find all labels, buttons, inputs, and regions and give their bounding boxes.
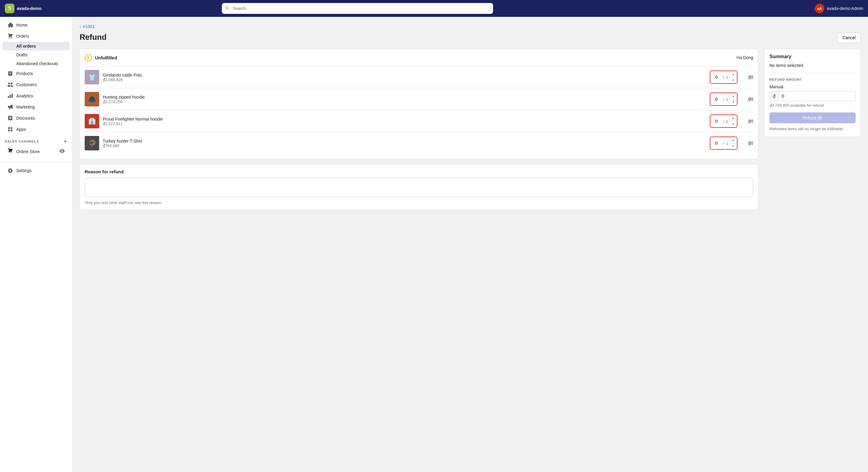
qty-arrows-3: ▲ ▼ [730, 137, 737, 149]
breadcrumb-text: #1001 [83, 24, 95, 29]
sidebar-subitem-all-orders[interactable]: All orders [2, 42, 70, 50]
qty-up-1[interactable]: ▲ [730, 93, 737, 99]
product-price-0: ₫1,088,829 [103, 77, 706, 82]
qty-arrows-2: ▲ ▼ [730, 115, 737, 127]
qty-input-1[interactable] [710, 95, 722, 103]
content-grid: Unfulfilled Ha Dong 👕 Girolando cattle P… [80, 49, 861, 215]
sidebar-customers-label: Customers [16, 82, 37, 87]
qty-max-2: 1 [725, 119, 730, 124]
quantity-control-1: / 1 ▲ ▼ [710, 93, 738, 106]
product-info-0: Girolando cattle Polo ₫1,088,829 [103, 73, 706, 82]
customers-icon [7, 82, 13, 88]
manual-label: Manual [770, 84, 856, 89]
add-sales-channel-btn[interactable]: + [64, 139, 67, 144]
sidebar-item-online-store[interactable]: Online Store [2, 146, 70, 157]
qty-max-0: 1 [725, 75, 730, 80]
line-total-0: ₫0 [741, 75, 753, 80]
manual-amount-input[interactable] [779, 91, 855, 101]
qty-down-1[interactable]: ▼ [730, 99, 737, 105]
sidebar-analytics-label: Analytics [16, 93, 33, 98]
app-logo[interactable]: S avada-demo [5, 4, 59, 13]
settings-icon [7, 167, 13, 174]
sidebar-subitem-drafts[interactable]: Drafts [2, 51, 70, 59]
manual-input-wrap: ₫ [770, 91, 856, 101]
available-text: ₫4,793,455 available for refund [770, 103, 856, 107]
product-info-2: Proud Firefighter Normal hoodie ₫1,227,9… [103, 117, 706, 126]
sidebar-item-orders[interactable]: Orders [2, 31, 70, 41]
product-info-1: Hunting zipped hoodie ₫1,274,256 [103, 95, 706, 104]
topnav: S avada-demo aA avada-demo Admin [0, 0, 868, 17]
qty-input-0[interactable] [710, 73, 722, 82]
line-total-3: ₫0 [741, 141, 753, 146]
product-info-3: Turkey hunter T-Shirt ₫766,690 [103, 139, 706, 148]
qty-max-3: 1 [725, 141, 730, 146]
qty-down-0[interactable]: ▼ [730, 77, 737, 83]
unfulfilled-header: Unfulfilled Ha Dong [85, 54, 753, 61]
qty-input-3[interactable] [710, 139, 722, 147]
product-thumb-2: 👔 [85, 114, 99, 128]
marketing-icon [7, 104, 13, 110]
search-input[interactable] [222, 3, 493, 14]
quantity-control-2: / 1 ▲ ▼ [710, 115, 738, 128]
search-container [222, 3, 493, 14]
product-thumb-1: 🧥 [85, 92, 99, 106]
line-total-1: ₫0 [741, 97, 753, 101]
drafts-label: Drafts [16, 53, 27, 57]
qty-max-1: 1 [725, 97, 730, 101]
reason-title: Reason for refund [85, 169, 753, 174]
quantity-control-3: / 1 ▲ ▼ [710, 136, 738, 150]
analytics-icon [7, 93, 13, 99]
avatar[interactable]: aA [815, 4, 824, 13]
qty-down-3[interactable]: ▼ [730, 143, 737, 149]
qty-up-3[interactable]: ▲ [730, 137, 737, 143]
home-icon [7, 22, 13, 28]
topnav-right: aA avada-demo Admin [815, 4, 863, 13]
discounts-icon [7, 115, 13, 121]
right-column: Summary No items selected. REFUND AMOUNT… [764, 49, 861, 141]
shopify-icon: S [5, 4, 14, 13]
unfulfilled-card: Unfulfilled Ha Dong 👕 Girolando cattle P… [80, 49, 758, 159]
sidebar-products-label: Products [16, 71, 33, 76]
products-icon [7, 70, 13, 76]
online-store-visibility-icon[interactable] [59, 148, 65, 155]
cancel-button[interactable]: Cancel [837, 33, 861, 43]
app-name: avada-demo [17, 6, 41, 11]
sidebar-item-analytics[interactable]: Analytics [2, 90, 70, 101]
qty-up-2[interactable]: ▲ [730, 115, 737, 121]
sidebar-item-settings[interactable]: Settings [2, 165, 70, 176]
summary-card: Summary No items selected. REFUND AMOUNT… [764, 49, 861, 137]
quantity-control-0: / 1 ▲ ▼ [710, 70, 738, 84]
apps-icon [7, 126, 13, 132]
product-thumb-3: 🦃 [85, 136, 99, 150]
table-row: 👔 Proud Firefighter Normal hoodie ₫1,227… [85, 110, 753, 132]
sidebar-subitem-abandoned[interactable]: Abandoned checkouts [2, 59, 70, 68]
sidebar-item-discounts[interactable]: Discounts [2, 113, 70, 124]
product-name-2: Proud Firefighter Normal hoodie [103, 117, 706, 122]
search-icon [225, 6, 230, 11]
sidebar-discounts-label: Discounts [16, 116, 35, 121]
sidebar-item-customers[interactable]: Customers [2, 79, 70, 90]
main-content: ‹ #1001 Refund Cancel Unfulfilled [72, 17, 868, 472]
sidebar-home-label: Home [16, 23, 27, 27]
no-items-text: No items selected. [770, 63, 856, 73]
qty-input-2[interactable] [710, 117, 722, 125]
qty-down-2[interactable]: ▼ [730, 121, 737, 127]
online-store-label: Online Store [16, 149, 40, 154]
reason-input[interactable] [85, 178, 753, 197]
orders-icon [7, 33, 13, 39]
left-column: Unfulfilled Ha Dong 👕 Girolando cattle P… [80, 49, 758, 215]
sidebar-item-apps[interactable]: Apps [2, 124, 70, 135]
username: avada-demo Admin [827, 6, 863, 11]
sidebar-item-marketing[interactable]: Marketing [2, 101, 70, 113]
reason-hint: Only you and other staff can see this re… [85, 200, 753, 205]
table-row: 🧥 Hunting zipped hoodie ₫1,274,256 / 1 ▲… [85, 88, 753, 110]
refund-button[interactable]: Refund ₫0 [770, 113, 856, 123]
qty-up-0[interactable]: ▲ [730, 71, 737, 77]
abandoned-label: Abandoned checkouts [16, 61, 58, 66]
sidebar-item-home[interactable]: Home [2, 20, 70, 30]
all-orders-label: All orders [16, 44, 36, 49]
breadcrumb-arrow: ‹ [80, 24, 81, 29]
line-total-2: ₫0 [741, 119, 753, 124]
breadcrumb[interactable]: ‹ #1001 [80, 24, 861, 29]
sidebar-item-products[interactable]: Products [2, 68, 70, 79]
